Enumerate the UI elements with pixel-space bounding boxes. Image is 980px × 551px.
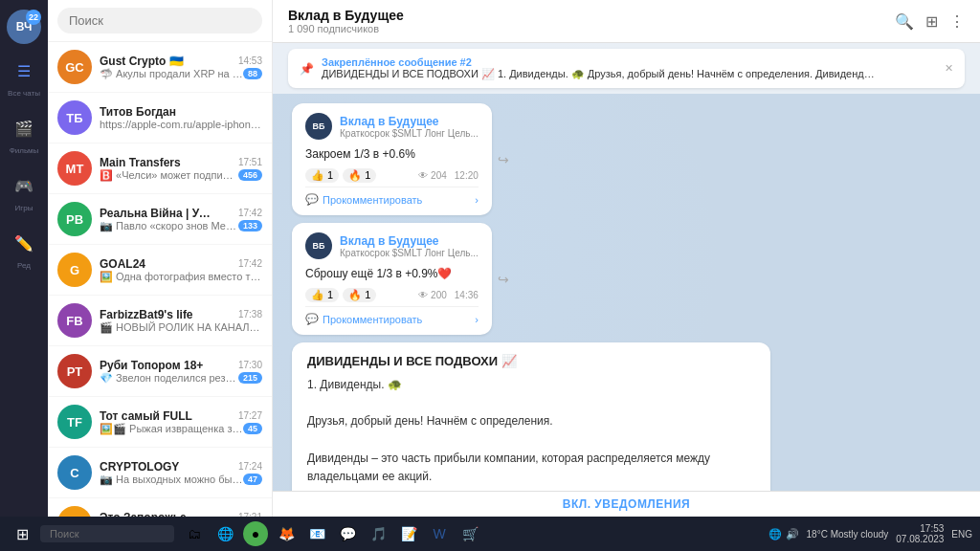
chat-name-gust: Gust Crypto 🇺🇦: [100, 55, 184, 68]
sidebar-label-films: Фильмы: [10, 146, 39, 155]
user-avatar[interactable]: ВЧ 22: [7, 10, 41, 44]
chat-badge-main_transfers: 456: [238, 169, 262, 181]
taskbar-icon-store[interactable]: 🛒: [457, 521, 482, 546]
chat-name-main_transfers: Main Transfers: [100, 156, 181, 169]
forward-icon-1[interactable]: ↪: [498, 152, 509, 167]
msg-reactions-2: 👍 1 🔥 1: [305, 288, 376, 302]
avatar-badge: 22: [26, 10, 41, 25]
search-input[interactable]: [57, 8, 262, 33]
notification-bar: ВКЛ. УВЕДОМЛЕНИЯ: [273, 491, 980, 517]
chat-time-rubi: 17:30: [238, 360, 262, 370]
chat-preview-tot: 🖼️🎬 Рыжая извращенка знает как ра...: [100, 423, 243, 435]
chat-info-rubi: Руби Топором 18+ 17:30 💎 Звелон поделилс…: [100, 359, 262, 385]
msg-author-2: ВБ Вклад в Будущее Краткосрок $SMLT Лонг…: [305, 232, 479, 259]
pinned-label: Закреплённое сообщение #2: [322, 56, 937, 68]
start-button[interactable]: ⊞: [8, 519, 36, 548]
chat-avatar-gust: GC: [57, 50, 92, 84]
chat-name-rubi: Руби Топором 18+: [100, 359, 203, 372]
chat-info-titov: Титов Богдан https://apple-com.ru/apple-…: [100, 105, 262, 130]
sidebar-item-games[interactable]: 🎮: [7, 168, 41, 203]
chat-info-farbizz: FarbizzBat9's life 17:38 🎬 НОВЫЙ РОЛИК Н…: [100, 308, 262, 334]
taskbar-icon-word[interactable]: W: [427, 521, 452, 546]
taskbar-icon-4[interactable]: 🦊: [274, 521, 299, 546]
chat-header-actions: 🔍 ⊞ ⋮: [895, 12, 965, 31]
taskbar-icon-7[interactable]: 🎵: [366, 521, 390, 546]
sys-icons: 🌐 🔊: [768, 528, 799, 540]
layout-icon[interactable]: ⊞: [925, 12, 938, 31]
chat-avatar-rubi: РТ: [57, 354, 92, 388]
taskbar-icon-2[interactable]: 🌐: [212, 521, 237, 546]
sidebar-label-red: Ред: [17, 261, 31, 270]
message-row-2: ВБ Вклад в Будущее Краткосрок $SMLT Лонг…: [292, 223, 961, 335]
chat-item-cryptology[interactable]: C CRYPTOLOGY 17:24 📷 На выходных можно б…: [48, 448, 272, 498]
long-msg-header-3: ДИВИДЕНДЫ И ВСЕ ПОДВОХИ 📈: [307, 354, 755, 368]
message-card-1: ВБ Вклад в Будущее Краткосрок $SMLT Лонг…: [292, 103, 492, 215]
msg-time-1: 12:20: [455, 170, 479, 181]
chat-item-gust[interactable]: GC Gust Crypto 🇺🇦 14:53 🦈 Акулы продали …: [48, 42, 272, 93]
chat-preview-realna: 📷 Павло «скоро знов Мерседес» ка...: [100, 220, 238, 232]
comment-btn-1[interactable]: 💬 Прокомментировать ›: [305, 187, 479, 206]
taskbar-icon-5[interactable]: 📧: [304, 521, 329, 546]
unpin-icon[interactable]: ✕: [945, 62, 953, 75]
msg-time-views-2: 👁 200 14:36: [418, 290, 479, 300]
msg-author-name-1: Вклад в Будущее: [340, 115, 479, 128]
pinned-text: ДИВИДЕНДЫ И ВСЕ ПОДВОХИ 📈 1. Дивиденды. …: [322, 68, 877, 80]
more-icon[interactable]: ⋮: [949, 12, 965, 31]
taskbar-icon-chrome[interactable]: ●: [243, 521, 268, 546]
sidebar-item-all-chats[interactable]: ☰: [7, 54, 41, 88]
sidebar-label-all-chats: Все чаты: [8, 89, 40, 98]
chat-item-titov[interactable]: ТБ Титов Богдан https://apple-com.ru/app…: [48, 93, 272, 143]
sidebar-label-games: Игры: [15, 204, 33, 212]
taskbar-search[interactable]: [40, 525, 174, 542]
chat-name-realna: Реальна Війна | Україна: [100, 207, 214, 220]
chat-badge-cryptology: 47: [243, 474, 262, 485]
chat-avatar-cryptology: C: [57, 455, 92, 490]
search-icon[interactable]: 🔍: [895, 12, 914, 31]
chat-main: Вклад в Будущее 1 090 подписчиков 🔍 ⊞ ⋮ …: [273, 0, 980, 517]
chat-info-tot: Тот самый FULL 17:27 🖼️🎬 Рыжая извращенк…: [100, 409, 262, 435]
msg-author-1: ВБ Вклад в Будущее Краткосрок $SMLT Лонг…: [305, 113, 479, 140]
msg-author-name-2: Вклад в Будущее: [340, 234, 479, 248]
msg-footer-1: 👍 1 🔥 1 👁 204 12:20: [305, 168, 479, 183]
view-count-1: 👁 204: [418, 170, 447, 181]
chat-info-cryptology: CRYPTOLOGY 17:24 📷 На выходных можно был…: [100, 460, 262, 486]
chat-item-realna[interactable]: РВ Реальна Війна | Україна 17:42 📷 Павло…: [48, 194, 272, 245]
sidebar-item-films[interactable]: 🎬: [7, 111, 41, 145]
msg-time-views-1: 👁 204 12:20: [418, 170, 479, 181]
chat-time-tot: 17:27: [238, 410, 262, 421]
taskbar-icon-1[interactable]: 🗂: [182, 521, 207, 546]
taskbar-icon-6[interactable]: 💬: [335, 521, 360, 546]
chat-preview-rubi: 💎 Звелон поделился результатом ...: [100, 372, 238, 385]
msg-author-sub-1: Краткосрок $SMLT Лонг Цель...: [340, 128, 479, 139]
weather-info: 18°C Mostly cloudy: [807, 529, 889, 540]
chat-item-goal24[interactable]: G GOAL24 17:42 🖼️ Одна фотография вместо…: [48, 245, 272, 296]
chat-avatar-tot: ТF: [57, 405, 92, 439]
chat-item-zaporizhia[interactable]: З Это Запорожье 🇺🇦 Новости 17:21 📷 Окупа…: [48, 498, 272, 517]
chat-time-cryptology: 17:24: [238, 461, 262, 472]
msg-time-2: 14:36: [455, 290, 479, 300]
msg-body-2: Сброшу ещё 1/3 в +0.9%❤️: [305, 265, 479, 282]
chat-item-farbizz[interactable]: FB FarbizzBat9's life 17:38 🎬 НОВЫЙ РОЛИ…: [48, 296, 272, 346]
pin-icon: 📌: [300, 62, 314, 76]
notification-button[interactable]: ВКЛ. УВЕДОМЛЕНИЯ: [563, 497, 690, 511]
message-row-3: ДИВИДЕНДЫ И ВСЕ ПОДВОХИ 📈 1. Дивиденды. …: [292, 342, 961, 491]
left-rail: ВЧ 22 ☰ Все чаты 🎬 Фильмы 🎮 Игры ✏️ Ред: [0, 0, 48, 517]
chat-avatar-goal24: G: [57, 253, 92, 287]
chat-name-farbizz: FarbizzBat9's life: [100, 308, 193, 321]
msg-avatar-1: ВБ: [305, 113, 332, 140]
chat-item-main_transfers[interactable]: MT Main Transfers 17:51 🅱️ «Челси» может…: [48, 143, 272, 194]
taskbar-icon-8[interactable]: 📝: [396, 521, 421, 546]
chat-item-rubi[interactable]: РТ Руби Топором 18+ 17:30 💎 Звелон подел…: [48, 346, 272, 397]
chat-info-realna: Реальна Війна | Україна 17:42 📷 Павло «с…: [100, 207, 262, 232]
network-icon: 🌐: [768, 528, 782, 540]
comment-btn-2[interactable]: 💬 Прокомментировать ›: [305, 306, 479, 325]
msg-body-1: Закроем 1/3 в +0.6%: [305, 145, 479, 163]
pinned-banner[interactable]: 📌 Закреплённое сообщение #2 ДИВИДЕНДЫ И …: [288, 49, 965, 88]
channel-subscribers: 1 090 подписчиков: [288, 23, 404, 34]
chat-preview-goal24: 🖼️ Одна фотография вместо тысяч...: [100, 271, 262, 283]
chat-badge-gust: 88: [243, 68, 262, 79]
forward-icon-2[interactable]: ↪: [498, 272, 509, 287]
chat-item-tot[interactable]: ТF Тот самый FULL 17:27 🖼️🎬 Рыжая извращ…: [48, 397, 272, 448]
chat-time-gust: 14:53: [238, 55, 262, 66]
sidebar-item-red[interactable]: ✏️: [7, 226, 41, 260]
